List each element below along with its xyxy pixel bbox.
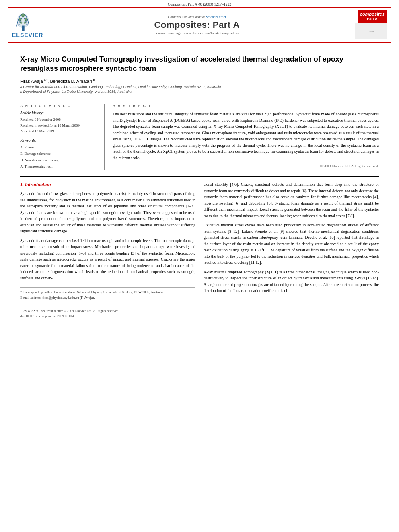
issn-line: 1359-835X/$ - see front matter © 2009 El… bbox=[20, 308, 195, 319]
intro-para4: X-ray Micro Computed Tomography (XμCT) i… bbox=[204, 269, 379, 294]
corresponding-author-note: * Corresponding author. Present address:… bbox=[20, 290, 195, 295]
authors: Firas Awaja a,*, Benedicta D. Arhatari b bbox=[20, 78, 379, 84]
elsevier-wordmark: ELSEVIER bbox=[12, 32, 43, 38]
body-columns: 1. Introduction Syntactic foam (hollow g… bbox=[20, 181, 379, 319]
received-date: Received 6 November 2008 bbox=[20, 117, 98, 122]
body-col-right: sional stability [4,6]. Cracks, structur… bbox=[204, 181, 379, 319]
svg-point-4 bbox=[25, 18, 27, 21]
divider bbox=[20, 99, 379, 99]
copyright: © 2009 Elsevier Ltd. All rights reserved… bbox=[113, 164, 379, 168]
keyword-2: B. Damage tolerance bbox=[20, 150, 98, 157]
received-revised-date: Received in revised form 18 March 2009 bbox=[20, 123, 98, 128]
abstract-label: A B S T R A C T bbox=[113, 104, 379, 108]
body-col-left: 1. Introduction Syntactic foam (hollow g… bbox=[20, 181, 195, 319]
journal-center: Contents lists available at ScienceDirec… bbox=[43, 15, 351, 35]
intro-para1: Syntactic foam (hollow glass microsphere… bbox=[20, 191, 195, 234]
page-content: X-ray Micro Computed Tomography investig… bbox=[0, 43, 399, 327]
accepted-date: Accepted 12 May 2009 bbox=[20, 128, 98, 134]
info-abstract-section: A R T I C L E I N F O Article history: R… bbox=[20, 104, 379, 170]
intro-para2-left: Syntactic foam damage can be classified … bbox=[20, 238, 195, 281]
keyword-3: D. Non-destructive testing bbox=[20, 157, 98, 163]
abstract-text: The heat resistance and the structural i… bbox=[113, 111, 379, 161]
journal-title: Composites: Part A bbox=[43, 20, 351, 30]
elsevier-logo: ELSEVIER bbox=[12, 12, 43, 38]
svg-point-3 bbox=[21, 14, 25, 17]
keyword-1: A. Foams bbox=[20, 144, 98, 150]
keywords-list: A. Foams B. Damage tolerance D. Non-dest… bbox=[20, 144, 98, 170]
footnote-area: * Corresponding author. Present address:… bbox=[20, 287, 195, 300]
affiliation-a: a Centre for Material and Fibre Innovati… bbox=[20, 85, 379, 89]
article-info-column: A R T I C L E I N F O Article history: R… bbox=[20, 104, 105, 170]
history-heading: Article history: bbox=[20, 111, 98, 115]
email-note: E-mail address: firas@physics.usyd.edu.a… bbox=[20, 295, 195, 300]
main-body: 1. Introduction Syntactic foam (hollow g… bbox=[20, 176, 379, 319]
elsevier-tree-icon bbox=[12, 12, 34, 32]
intro-para2-right: sional stability [4,6]. Cracks, structur… bbox=[204, 181, 379, 219]
keywords-heading: Keywords: bbox=[20, 138, 98, 142]
article-title: X-ray Micro Computed Tomography investig… bbox=[20, 55, 379, 74]
journal-reference: Composites: Part A 40 (2009) 1217–1222 bbox=[0, 0, 399, 7]
svg-point-5 bbox=[20, 22, 22, 24]
abstract-column: A B S T R A C T The heat resistance and … bbox=[113, 104, 379, 170]
composites-logo-box: composites Part A bbox=[358, 10, 387, 23]
intro-heading: 1. Introduction bbox=[20, 181, 195, 188]
sciencedirect-line: Contents lists available at ScienceDirec… bbox=[43, 15, 351, 19]
composites-logo: composites Part A cover bbox=[351, 10, 387, 39]
article-dates: Received 6 November 2008 Received in rev… bbox=[20, 117, 98, 134]
journal-homepage: journal homepage: www.elsevier.com/locat… bbox=[43, 31, 351, 35]
composites-cover-image: cover bbox=[355, 23, 387, 39]
journal-header: ELSEVIER Contents lists available at Sci… bbox=[8, 7, 391, 43]
affiliation-b: b Department of Physics, La Trobe Univer… bbox=[20, 90, 379, 94]
keyword-4: A. Thermosetting resin bbox=[20, 163, 98, 170]
intro-para3: Oxidative thermal stress cycles have bee… bbox=[204, 222, 379, 266]
svg-point-2 bbox=[19, 18, 21, 21]
svg-point-6 bbox=[24, 22, 26, 24]
article-info-label: A R T I C L E I N F O bbox=[20, 104, 98, 108]
